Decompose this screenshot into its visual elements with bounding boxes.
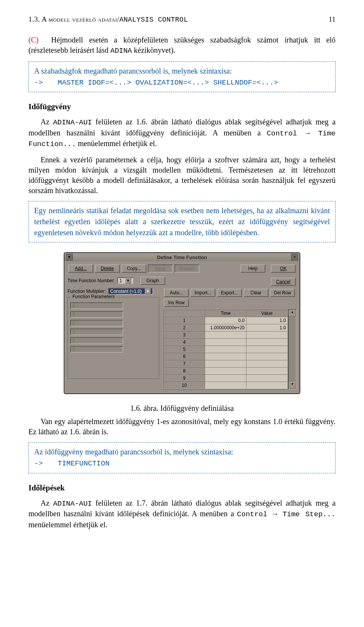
time-value-table[interactable]: Time Value 1 0.0 1.0 2 1.00000000e+20 1.… — [163, 309, 288, 390]
delete-button[interactable]: Delete — [95, 264, 120, 273]
param-input-4 — [70, 328, 123, 335]
scroll-up-icon[interactable]: ▲ — [289, 310, 296, 317]
para-timesteps: Az ADINA-AUI felületen az 1.7. ábrán lát… — [28, 498, 336, 530]
param-input-5 — [70, 337, 123, 344]
window-menu-icon[interactable]: ▾ — [66, 254, 73, 261]
param-input-6 — [70, 346, 123, 353]
row-1-header: 1 — [163, 317, 205, 324]
col-time: Time — [205, 310, 246, 317]
function-parameters-group: Function Parameters — [67, 297, 159, 379]
para-purpose: Ennek a vezérlő paraméternek a célja, ho… — [28, 155, 336, 196]
tfn-value: 1 — [119, 278, 122, 283]
tt-menu-path-2: Control → Time Step... — [237, 510, 336, 519]
box1-code: MASTER IDOF=<...> OVALIZATION=<...> SHEL… — [58, 79, 278, 87]
tfn-select[interactable]: 1 ▼ — [117, 277, 133, 284]
cell-2-time[interactable]: 1.00000000e+20 — [205, 324, 246, 332]
box3-intro: Az időfüggvény megadható parancssorból i… — [34, 446, 330, 457]
discard-button: Discard — [174, 264, 199, 273]
note-nonlinear-box: Egy nemlineáris statikai feladat megoldá… — [28, 201, 336, 242]
import-button[interactable]: Import... — [190, 289, 215, 297]
close-icon[interactable]: × — [291, 254, 298, 261]
dialog-main-area: Function Multiplier: Constant (=1.0) ▼ F… — [67, 288, 297, 390]
tt-adina-aui-2: ADINA-AUI — [53, 500, 92, 508]
graph-button[interactable]: Graph — [140, 277, 165, 285]
toolbar-row: Add... Delete Copy... Save Discard Help … — [67, 264, 297, 273]
tt-adina-aui: ADINA-AUI — [53, 118, 92, 127]
add-button[interactable]: Add... — [68, 264, 93, 273]
box3-code: TIMEFUNCTION — [58, 459, 110, 468]
prompt: -> — [34, 78, 56, 88]
para-idofuggveny-intro: Az ADINA-AUI felületen az 1.6. ábrán lát… — [28, 117, 336, 149]
page-number: 11 — [329, 15, 336, 24]
cell-2-value[interactable]: 1.0 — [246, 324, 288, 332]
fm-label: Function Multiplier: — [67, 289, 106, 294]
figure-dialog: ▾ Define Time Function × Add... Delete C… — [28, 252, 336, 413]
save-button: Save — [148, 264, 173, 273]
chevron-down-icon[interactable]: ▼ — [125, 278, 131, 284]
item-c-paragraph: (C) Héjmodell esetén a középfelületen sz… — [28, 35, 336, 56]
prompt: -> — [34, 459, 56, 469]
help-button[interactable]: Help — [240, 264, 265, 273]
del-row-button[interactable]: Del Row — [270, 289, 295, 297]
subheading-idofuggveny: Időfüggvény — [28, 102, 336, 112]
ins-row-button[interactable]: Ins Row — [164, 299, 189, 307]
define-time-function-dialog: ▾ Define Time Function × Add... Delete C… — [64, 252, 300, 394]
cell-1-value[interactable]: 1.0 — [246, 317, 288, 324]
p4a: Az — [41, 499, 53, 507]
para-default-tf: Van egy alapértelmezett időfüggvény 1-es… — [28, 416, 336, 437]
row-2-header: 2 — [163, 324, 205, 332]
scroll-down-icon[interactable]: ▼ — [289, 382, 296, 389]
header-code: ANALYSIS CONTROL — [119, 16, 188, 24]
fm-value: Constant (=1.0) — [110, 289, 142, 294]
dialog-titlebar: ▾ Define Time Function × — [64, 253, 300, 261]
figure-caption: 1.6. ábra. Időfüggvény definiálása — [28, 404, 336, 413]
tfn-label: Time Function Number: — [67, 278, 115, 283]
corner-cell — [163, 310, 205, 317]
export-button[interactable]: Export... — [217, 289, 242, 297]
cancel-button[interactable]: Cancel — [271, 278, 296, 286]
p4c: menüelemmel érhetjük el. — [28, 520, 107, 529]
dialog-title: Define Time Function — [73, 255, 291, 260]
header-title: 1.3. A modell vezérlő adatai/ANALYSIS CO… — [28, 15, 188, 24]
copy-button[interactable]: Copy... — [121, 264, 146, 273]
box1-intro: A szabadságfok megadható parancssorból i… — [34, 66, 330, 77]
group-legend: Function Parameters — [71, 294, 116, 299]
item-label-c: (C) — [28, 35, 45, 45]
param-input-2 — [70, 311, 123, 318]
header-section: 1.3. A modell vezérlő adatai/ — [28, 15, 119, 23]
box3-code-line: -> TIMEFUNCTION — [34, 457, 330, 469]
box1-code-line: -> MASTER IDOF=<...> OVALIZATION=<...> S… — [34, 77, 330, 88]
item-c-tail: kézikönyvet). — [132, 46, 175, 54]
tt-adina: ADINA — [110, 47, 132, 55]
subheading-idolepesek: Időlépések — [28, 483, 336, 493]
syntax-box-2: Az időfüggvény megadható parancssorból i… — [28, 442, 336, 473]
dialog-body: Add... Delete Copy... Save Discard Help … — [64, 261, 300, 393]
p1a: Az — [41, 118, 53, 126]
item-c-text: Héjmodell esetén a középfelületen szüksé… — [28, 36, 336, 54]
table-toolbar: Auto... Import... Export... Clear Del Ro… — [163, 288, 297, 308]
auto-button[interactable]: Auto... — [164, 289, 189, 297]
syntax-box-1: A szabadságfok megadható parancssorból i… — [28, 61, 336, 93]
cell-1-time[interactable]: 0.0 — [205, 317, 246, 324]
ok-button[interactable]: OK — [271, 264, 296, 273]
time-value-table-wrap: Time Value 1 0.0 1.0 2 1.00000000e+20 1.… — [163, 309, 297, 390]
page-header: 1.3. A modell vezérlő adatai/ANALYSIS CO… — [28, 15, 336, 24]
param-input-3 — [70, 320, 123, 327]
table-scrollbar[interactable]: ▲ ▼ — [288, 309, 297, 390]
clear-button[interactable]: Clear — [243, 289, 268, 297]
col-value: Value — [246, 310, 288, 317]
tfn-row: Time Function Number: 1 ▼ Graph — [67, 276, 166, 286]
p1c: menüelemmel érhetjük el. — [76, 139, 157, 148]
chevron-down-icon[interactable]: ▼ — [145, 288, 151, 294]
param-input-1 — [70, 302, 123, 309]
